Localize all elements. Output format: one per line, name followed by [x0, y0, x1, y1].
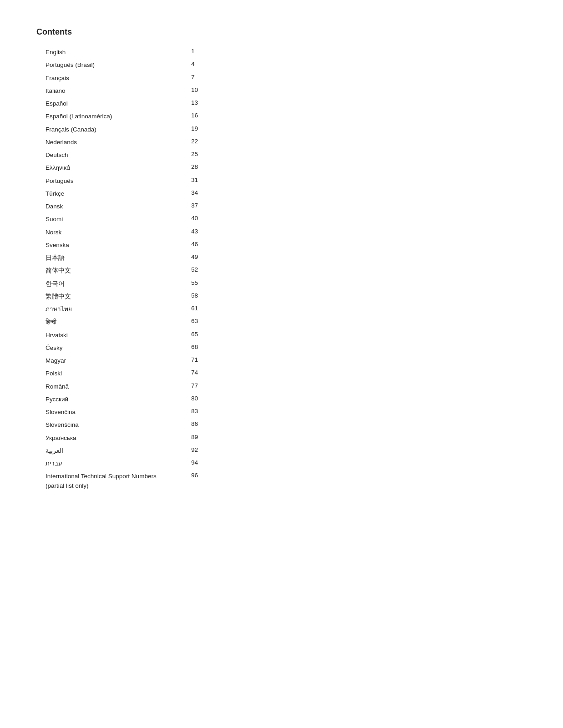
toc-entry-page: 89: [164, 432, 282, 445]
toc-row: Svenska46: [36, 239, 282, 252]
toc-row: Slovenčina83: [36, 406, 282, 419]
toc-entry-page: 37: [164, 200, 282, 213]
toc-entry-page: 74: [164, 367, 282, 380]
toc-entry-page: 63: [164, 316, 282, 329]
toc-row: 繁體中文58: [36, 290, 282, 303]
toc-entry-page: 65: [164, 329, 282, 342]
toc-entry-label: हिन्दी: [36, 316, 164, 329]
toc-row: ภาษาไทย61: [36, 303, 282, 316]
toc-row: Türkçe34: [36, 187, 282, 200]
toc-entry-label: ภาษาไทย: [36, 303, 164, 316]
toc-row: עברית94: [36, 457, 282, 470]
toc-entry-page: 16: [164, 110, 282, 123]
toc-row: English1: [36, 46, 282, 59]
toc-entry-label: 日本語: [36, 252, 164, 264]
toc-row: Română77: [36, 380, 282, 393]
toc-entry-page: 58: [164, 290, 282, 303]
toc-row: Español13: [36, 97, 282, 110]
toc-entry-page: 49: [164, 252, 282, 264]
toc-entry-page: 71: [164, 354, 282, 367]
toc-entry-page: 25: [164, 149, 282, 162]
toc-row: Magyar71: [36, 354, 282, 367]
toc-entry-page: 68: [164, 342, 282, 354]
toc-row: 日本語49: [36, 252, 282, 264]
page-container: Contents English1Português (Brasil)4Fran…: [0, 0, 319, 520]
contents-title: Contents: [36, 27, 282, 37]
toc-entry-page: 43: [164, 226, 282, 239]
toc-table: English1Português (Brasil)4Français7Ital…: [36, 46, 282, 492]
toc-row: Hrvatski65: [36, 329, 282, 342]
toc-entry-label: Español: [36, 97, 164, 110]
toc-entry-label: Română: [36, 380, 164, 393]
toc-entry-label: Español (Latinoamérica): [36, 110, 164, 123]
toc-entry-page: 92: [164, 445, 282, 457]
toc-entry-page: 96: [164, 470, 282, 492]
toc-entry-label: Norsk: [36, 226, 164, 239]
toc-entry-label: Česky: [36, 342, 164, 354]
toc-row: Nederlands22: [36, 136, 282, 149]
toc-entry-label: العربية: [36, 445, 164, 457]
toc-entry-page: 22: [164, 136, 282, 149]
toc-row: Polski74: [36, 367, 282, 380]
toc-entry-page: 94: [164, 457, 282, 470]
toc-entry-page: 52: [164, 264, 282, 277]
toc-entry-page: 7: [164, 72, 282, 85]
toc-row: Ελληνικά28: [36, 162, 282, 174]
toc-row: Deutsch25: [36, 149, 282, 162]
toc-entry-label: Slovenšćina: [36, 419, 164, 431]
toc-entry-page: 4: [164, 59, 282, 71]
toc-entry-label: Magyar: [36, 354, 164, 367]
toc-entry-label: עברית: [36, 457, 164, 470]
toc-entry-label: Dansk: [36, 200, 164, 213]
toc-row: Français (Canada)19: [36, 123, 282, 136]
toc-row: Українська89: [36, 432, 282, 445]
toc-entry-page: 1: [164, 46, 282, 59]
toc-entry-label: Русский: [36, 393, 164, 406]
toc-row: Norsk43: [36, 226, 282, 239]
toc-entry-label: Hrvatski: [36, 329, 164, 342]
toc-row: Česky68: [36, 342, 282, 354]
toc-entry-label: English: [36, 46, 164, 59]
toc-entry-label: Nederlands: [36, 136, 164, 149]
toc-entry-label: Deutsch: [36, 149, 164, 162]
toc-entry-page: 80: [164, 393, 282, 406]
toc-row: 한국어55: [36, 278, 282, 290]
toc-row: العربية92: [36, 445, 282, 457]
toc-entry-label: Türkçe: [36, 187, 164, 200]
toc-entry-page: 61: [164, 303, 282, 316]
toc-entry-page: 28: [164, 162, 282, 174]
toc-row: Português31: [36, 175, 282, 187]
toc-entry-label: Français: [36, 72, 164, 85]
toc-entry-label: 简体中文: [36, 264, 164, 277]
toc-entry-page: 10: [164, 85, 282, 97]
toc-row: Dansk37: [36, 200, 282, 213]
toc-row: Slovenšćina86: [36, 419, 282, 431]
toc-entry-page: 19: [164, 123, 282, 136]
toc-row: Português (Brasil)4: [36, 59, 282, 71]
toc-entry-page: 46: [164, 239, 282, 252]
toc-entry-page: 86: [164, 419, 282, 431]
toc-entry-label: Português: [36, 175, 164, 187]
toc-row: Español (Latinoamérica)16: [36, 110, 282, 123]
toc-entry-label: Slovenčina: [36, 406, 164, 419]
toc-row: 简体中文52: [36, 264, 282, 277]
toc-row: Italiano10: [36, 85, 282, 97]
toc-entry-label: Italiano: [36, 85, 164, 97]
toc-entry-label: Français (Canada): [36, 123, 164, 136]
toc-entry-label: Ελληνικά: [36, 162, 164, 174]
toc-entry-label: International Technical Support Numbers(…: [36, 470, 164, 492]
toc-entry-label: 繁體中文: [36, 290, 164, 303]
toc-entry-page: 13: [164, 97, 282, 110]
toc-row: Русский80: [36, 393, 282, 406]
toc-entry-label: Українська: [36, 432, 164, 445]
toc-row: Suomi40: [36, 213, 282, 226]
toc-entry-page: 55: [164, 278, 282, 290]
toc-row: हिन्दी63: [36, 316, 282, 329]
toc-row: Français7: [36, 72, 282, 85]
toc-entry-page: 83: [164, 406, 282, 419]
toc-entry-label: Svenska: [36, 239, 164, 252]
toc-entry-page: 77: [164, 380, 282, 393]
toc-row: International Technical Support Numbers(…: [36, 470, 282, 492]
toc-entry-label: Polski: [36, 367, 164, 380]
toc-entry-page: 31: [164, 175, 282, 187]
